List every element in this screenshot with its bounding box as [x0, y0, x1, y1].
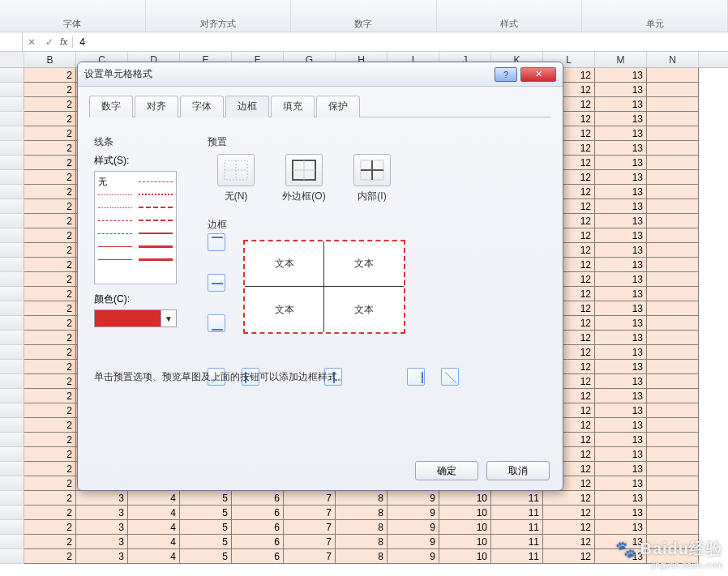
cell[interactable]: 13 [595, 316, 647, 331]
cell[interactable]: 13 [595, 97, 647, 112]
formula-accept-icon[interactable]: ✓ [41, 36, 58, 48]
cell[interactable] [647, 141, 699, 156]
border-preview[interactable]: 文本 文本 文本 文本 [243, 240, 405, 334]
preset-outline[interactable]: 外边框(O) [276, 154, 332, 203]
cell[interactable]: 13 [595, 272, 647, 287]
row-header[interactable] [0, 156, 24, 170]
cell[interactable]: 6 [232, 549, 284, 564]
border-right-button[interactable] [407, 368, 425, 386]
cell[interactable]: 2 [24, 462, 76, 476]
line-style-swatch[interactable] [98, 220, 132, 221]
cell[interactable]: 2 [24, 170, 76, 185]
cell[interactable]: 13 [595, 243, 647, 258]
row-header[interactable] [0, 214, 24, 228]
row-header[interactable] [0, 316, 24, 331]
cell[interactable] [647, 243, 699, 258]
help-button[interactable]: ? [495, 67, 517, 82]
cell[interactable]: 13 [595, 360, 647, 374]
cell[interactable]: 5 [180, 535, 232, 549]
ribbon-group-font[interactable]: 字体 [0, 0, 146, 32]
cell[interactable] [647, 462, 699, 476]
preset-none[interactable]: 无(N) [208, 154, 264, 203]
cell[interactable] [647, 476, 699, 491]
cell[interactable] [647, 389, 699, 403]
cell[interactable]: 11 [491, 549, 543, 564]
cell[interactable]: 6 [232, 520, 284, 535]
cell[interactable]: 12 [543, 520, 595, 535]
cell[interactable] [647, 185, 699, 199]
cell[interactable]: 2 [24, 506, 76, 520]
row-header[interactable] [0, 97, 24, 112]
ribbon-group-cells[interactable]: 单元 [582, 0, 728, 32]
cell[interactable]: 13 [595, 258, 647, 272]
name-box[interactable] [0, 32, 23, 51]
row-header[interactable] [0, 199, 24, 214]
tab-protect[interactable]: 保护 [316, 96, 360, 117]
cell[interactable] [647, 97, 699, 112]
cell[interactable]: 2 [24, 301, 76, 316]
line-style-swatch[interactable] [139, 181, 173, 182]
cell[interactable]: 8 [336, 491, 388, 506]
cell[interactable] [647, 83, 699, 97]
cell[interactable] [647, 316, 699, 331]
cell[interactable]: 13 [595, 403, 647, 418]
cell[interactable]: 5 [180, 491, 232, 506]
cell[interactable]: 11 [491, 506, 543, 520]
cell[interactable]: 2 [24, 126, 76, 141]
cell[interactable] [647, 374, 699, 389]
row-header[interactable] [0, 170, 24, 185]
cell[interactable]: 7 [284, 535, 336, 549]
line-style-swatch[interactable] [98, 259, 132, 260]
row-header[interactable] [0, 549, 24, 564]
cell[interactable]: 2 [24, 199, 76, 214]
cell[interactable]: 2 [24, 68, 76, 83]
cell[interactable]: 7 [284, 491, 336, 506]
cell[interactable]: 13 [595, 83, 647, 97]
row-header[interactable] [0, 360, 24, 374]
cell[interactable] [647, 447, 699, 462]
row-header[interactable] [0, 141, 24, 156]
tab-border[interactable]: 边框 [225, 96, 269, 117]
cell[interactable]: 10 [439, 535, 491, 549]
line-style-swatch[interactable] [139, 207, 173, 208]
row-header[interactable] [0, 418, 24, 433]
cell[interactable]: 2 [24, 214, 76, 228]
cell[interactable]: 10 [439, 506, 491, 520]
row-header[interactable] [0, 491, 24, 506]
line-style-none[interactable]: 无 [98, 176, 107, 188]
cell[interactable]: 3 [76, 520, 128, 535]
cell[interactable]: 10 [439, 520, 491, 535]
cell[interactable]: 3 [76, 506, 128, 520]
cell[interactable]: 4 [128, 506, 180, 520]
cell[interactable]: 9 [388, 491, 439, 506]
cell[interactable]: 13 [595, 345, 647, 360]
tab-number[interactable]: 数字 [89, 96, 133, 117]
row-header[interactable] [0, 535, 24, 549]
cell[interactable]: 2 [24, 433, 76, 447]
cell[interactable]: 9 [388, 506, 439, 520]
cell[interactable]: 4 [128, 549, 180, 564]
cell[interactable]: 3 [76, 535, 128, 549]
row-header[interactable] [0, 68, 24, 83]
row-header[interactable] [0, 476, 24, 491]
cell[interactable]: 13 [595, 214, 647, 228]
cell[interactable]: 2 [24, 287, 76, 301]
row-header[interactable] [0, 287, 24, 301]
row-header[interactable] [0, 83, 24, 97]
cell[interactable]: 4 [128, 520, 180, 535]
cell[interactable]: 13 [595, 374, 647, 389]
column-header[interactable]: N [647, 52, 699, 67]
cell[interactable] [647, 68, 699, 83]
cell[interactable]: 13 [595, 156, 647, 170]
row-header[interactable] [0, 433, 24, 447]
column-header[interactable]: M [595, 52, 647, 67]
cell[interactable] [647, 491, 699, 506]
cell[interactable]: 10 [439, 549, 491, 564]
cell[interactable]: 6 [232, 506, 284, 520]
line-style-swatch[interactable] [139, 245, 173, 248]
cell[interactable]: 2 [24, 243, 76, 258]
cell[interactable]: 2 [24, 316, 76, 331]
cell[interactable]: 13 [595, 141, 647, 156]
cell[interactable] [647, 199, 699, 214]
cell[interactable]: 2 [24, 345, 76, 360]
